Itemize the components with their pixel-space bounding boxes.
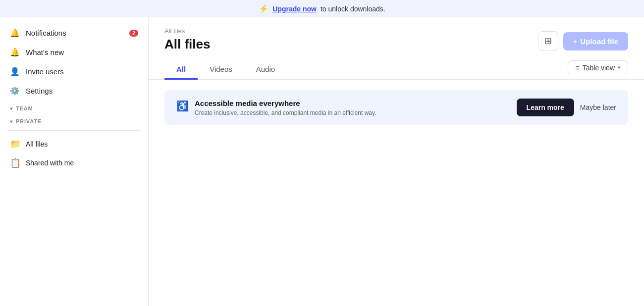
tabs-left: All Videos Audio: [164, 60, 287, 79]
list-icon: ≡: [575, 64, 579, 72]
content-area: All files All files ⊞ + Upload file All …: [149, 17, 644, 306]
chevron-down-icon: ▾: [10, 119, 13, 124]
learn-more-button[interactable]: Learn more: [517, 99, 574, 116]
folder-label: All files: [26, 140, 48, 148]
tab-audio[interactable]: Audio: [244, 60, 287, 80]
folder-label: Shared with me: [26, 159, 74, 167]
promo-left: ♿ Accessible media everywhere Create inc…: [176, 99, 376, 116]
banner-text: to unlock downloads.: [321, 5, 385, 13]
promo-banner: ♿ Accessible media everywhere Create inc…: [164, 90, 628, 125]
folder-item-all-files[interactable]: 📁 All files: [0, 135, 148, 153]
content-body: ♿ Accessible media everywhere Create inc…: [149, 80, 644, 306]
sidebar-item-notifications[interactable]: 🔔 Notifications 2: [0, 23, 148, 43]
section-label: TEAM: [16, 105, 33, 111]
sidebar-divider: [8, 130, 140, 131]
upload-label: Upload file: [580, 37, 618, 46]
chevron-down-icon: ▾: [618, 64, 621, 71]
bolt-icon: ⚡: [259, 4, 268, 13]
header-actions: ⊞ + Upload file: [538, 31, 628, 51]
view-switcher-label: Table view: [583, 64, 615, 72]
add-folder-icon: ⊞: [544, 36, 552, 47]
chevron-down-icon: ▾: [10, 106, 13, 111]
breadcrumb: All files: [164, 27, 210, 35]
section-label: PRIVATE: [16, 118, 42, 124]
sidebar-item-label: What's new: [26, 48, 64, 56]
sidebar: 🔔 Notifications 2 🔔 What's new 👤 Invite …: [0, 17, 149, 306]
sidebar-item-settings[interactable]: ⚙️ Settings: [0, 81, 148, 101]
sidebar-item-label: Notifications: [26, 29, 66, 37]
sidebar-item-label: Settings: [26, 87, 53, 95]
sidebar-item-whats-new[interactable]: 🔔 What's new: [0, 43, 148, 62]
upgrade-banner: ⚡ Upgrade now to unlock downloads.: [0, 0, 644, 17]
team-section[interactable]: ▾ TEAM: [0, 101, 148, 113]
accessibility-icon: ♿: [176, 100, 189, 112]
add-to-folder-button[interactable]: ⊞: [538, 31, 558, 51]
user-icon: 👤: [10, 67, 20, 76]
plus-icon: +: [573, 37, 578, 46]
tabs-bar: All Videos Audio ≡ Table view ▾: [149, 60, 644, 80]
tab-videos[interactable]: Videos: [198, 60, 244, 80]
tab-all[interactable]: All: [164, 60, 198, 80]
promo-title: Accessible media everywhere: [195, 99, 376, 107]
sidebar-item-invite-users[interactable]: 👤 Invite users: [0, 62, 148, 81]
folder-item-shared-with-me[interactable]: 📋 Shared with me: [0, 153, 148, 172]
sidebar-item-label: Invite users: [26, 67, 64, 76]
upload-file-button[interactable]: + Upload file: [563, 32, 628, 51]
private-section[interactable]: ▾ PRIVATE: [0, 113, 148, 126]
upgrade-now-link[interactable]: Upgrade now: [272, 5, 317, 13]
bell-icon: 🔔: [10, 28, 20, 38]
main-layout: 🔔 Notifications 2 🔔 What's new 👤 Invite …: [0, 17, 644, 306]
page-title: All files: [164, 37, 210, 52]
whats-new-icon: 🔔: [10, 48, 20, 57]
view-switcher-button[interactable]: ≡ Table view ▾: [568, 60, 628, 75]
promo-description: Create inclusive, accessible, and compli…: [195, 109, 376, 116]
gear-icon: ⚙️: [10, 86, 20, 96]
maybe-later-button[interactable]: Maybe later: [580, 103, 616, 111]
promo-actions: Learn more Maybe later: [517, 99, 616, 116]
content-header: All files All files ⊞ + Upload file: [149, 17, 644, 52]
folder-icon: 📁: [10, 139, 21, 150]
shared-folder-icon: 📋: [10, 157, 21, 168]
notification-badge: 2: [129, 30, 138, 37]
